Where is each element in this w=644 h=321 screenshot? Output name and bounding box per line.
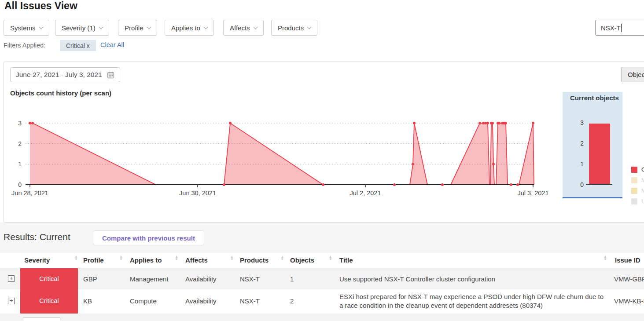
cell-applies-to: Compute [130,297,157,305]
sort-icon[interactable]: ▲▼ [329,255,332,261]
severity-badge: Critical [20,275,78,282]
mini-chart-ytick: 0 [575,181,584,188]
chart-panel: June 27, 2021 - July 3, 2021 Objects Obj… [4,62,644,223]
filter-label: Applies to [171,24,200,32]
filter-dropdown-profile[interactable]: Profile [118,20,157,36]
col-severity[interactable]: Severity [24,256,50,264]
legend-swatch [631,198,637,204]
chevron-down-icon [39,25,43,29]
cell-objects: 1 [290,275,294,283]
cell-profile: KB [83,297,92,305]
table-row[interactable] [0,314,644,321]
svg-text:0: 0 [18,181,22,188]
filter-dropdown-affects[interactable]: Affects [223,20,264,36]
legend-item-low[interactable]: Low [631,198,644,204]
filter-dropdown-applies-to[interactable]: Applies to [165,20,214,36]
cell-title: Use supported NSX-T Controller cluster c… [339,275,495,283]
compare-previous-button[interactable]: Compare with previous result [93,230,204,245]
severity-badge: Critical [20,297,78,304]
cell-products: NSX-T [240,275,260,283]
chevron-down-icon [203,25,208,29]
sort-icon[interactable]: ▲▼ [280,255,284,261]
sort-icon[interactable]: ▲▼ [230,255,234,261]
cell-profile: GBP [83,275,97,283]
cell-applies-to: Management [130,275,169,283]
legend-swatch [631,177,637,183]
filter-tag-critical[interactable]: Critical x [60,40,96,51]
col-products[interactable]: Products [240,256,269,264]
search-input[interactable]: NSX-T [595,20,644,36]
cell-title: ESXi host prepared for NSX-T may experie… [339,292,605,310]
legend-item-major[interactable]: Major [631,177,644,183]
svg-text:2: 2 [18,140,22,147]
filter-label: Profile [125,24,144,32]
date-range-value: June 27, 2021 - July 3, 2021 [16,71,102,79]
col-objects[interactable]: Objects [290,256,314,264]
chevron-down-icon [147,25,151,29]
issues-table-header: Severity Profile Applies to Affects Prod… [0,252,644,268]
svg-text:Jul 3, 2021: Jul 3, 2021 [518,190,549,197]
legend-swatch [631,167,637,173]
svg-text:Jun 30, 2021: Jun 30, 2021 [179,190,216,197]
mini-chart-ytick: 1 [575,160,584,168]
col-applies-to[interactable]: Applies to [130,256,162,264]
current-objects-title: Current objects [570,94,619,102]
calendar-icon [107,71,114,79]
sort-icon[interactable]: ▲▼ [175,255,178,261]
legend-label: Critical [641,166,644,173]
chevron-down-icon [307,25,312,29]
chevron-down-icon [99,25,103,29]
search-value: NSX-T [601,24,621,32]
sort-icon[interactable]: ▲▼ [119,255,123,261]
objects-history-area-chart: 0123Jun 28, 2021Jun 30, 2021Jul 2, 2021J… [5,102,555,199]
filter-label: Severity (1) [62,24,96,32]
svg-text:Jun 28, 2021: Jun 28, 2021 [11,190,48,197]
legend-label: Major [641,177,644,183]
chevron-down-icon [253,25,258,29]
expand-row-button[interactable]: + [8,275,15,282]
col-issue-id[interactable]: Issue ID [615,256,640,264]
cell-objects: 2 [290,297,294,305]
text-cursor [621,24,622,32]
mini-chart-ytick: 3 [575,119,584,126]
filter-dropdown-systems[interactable]: Systems [4,20,49,36]
col-title[interactable]: Title [339,256,353,264]
expand-row-button[interactable]: + [8,298,15,304]
svg-text:Jul 2, 2021: Jul 2, 2021 [350,190,381,197]
svg-text:3: 3 [18,120,22,127]
severity-legend: CriticalMajorMediumLow [631,166,644,208]
filter-dropdown-severity[interactable]: Severity (1) [55,20,109,36]
results-heading: Results: Current [4,232,70,242]
col-affects[interactable]: Affects [185,256,208,264]
sort-icon[interactable]: ▲▼ [74,255,78,261]
sort-icon[interactable]: ▲▼ [604,255,607,261]
filter-dropdown-products[interactable]: Products [271,20,317,36]
filter-label: Systems [10,24,36,32]
critical-count-bar [589,124,610,184]
chart-title: Objects count history (per scan) [10,89,111,97]
mini-chart-ytick: 2 [575,140,584,147]
next-row-cell [23,317,60,321]
date-range-picker[interactable]: June 27, 2021 - July 3, 2021 [10,67,120,82]
cell-affects: Availability [185,275,217,283]
filter-label: Products [278,24,304,32]
cell-issue-id: VMW-KB-3 [614,297,644,305]
current-objects-panel: Current objects 3210 [563,92,622,198]
mini-chart-baseline [586,184,612,185]
legend-swatch [631,188,637,194]
legend-item-critical[interactable]: Critical [631,166,644,173]
legend-item-medium[interactable]: Medium [631,187,644,194]
legend-label: Low [641,198,644,204]
objects-toggle-button[interactable]: Objects [621,67,644,82]
cell-affects: Availability [185,297,217,305]
legend-label: Medium [641,187,644,194]
cell-issue-id: VMW-GBP [614,275,644,283]
filter-label: Affects [230,24,250,32]
cell-products: NSX-T [240,297,260,305]
clear-all-link[interactable]: Clear All [100,41,124,48]
col-profile[interactable]: Profile [83,256,104,264]
svg-text:1: 1 [18,160,22,168]
filters-applied-label: Filters Applied: [4,42,45,49]
page-title: All Issues View [4,0,77,12]
